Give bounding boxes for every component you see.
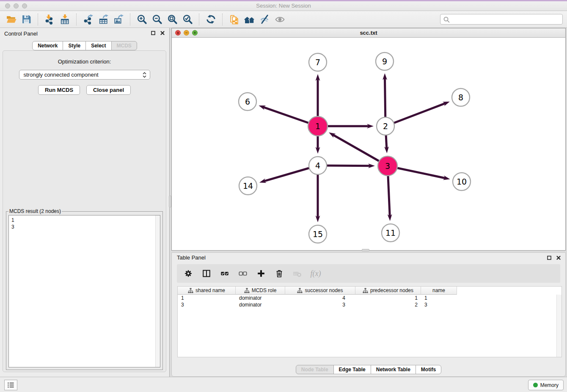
column-header-successor-nodes[interactable]: successor nodes xyxy=(285,287,355,295)
table-tab-network-table[interactable]: Network Table xyxy=(371,365,416,374)
tab-mcds[interactable]: MCDS xyxy=(111,41,137,50)
org-chart-icon xyxy=(188,288,193,293)
first-neighbors-icon xyxy=(244,14,255,25)
zoom-fit-button[interactable] xyxy=(165,12,180,27)
graph-node-label: 4 xyxy=(315,161,320,170)
tab-select[interactable]: Select xyxy=(85,41,111,50)
table-vertical-scrollbar[interactable] xyxy=(556,295,561,357)
toolbar-separator xyxy=(199,14,199,25)
split-view-button[interactable] xyxy=(201,268,212,279)
save-session-button[interactable] xyxy=(19,12,34,27)
column-header-shared-name[interactable]: shared name xyxy=(178,287,236,295)
unselect-all-button[interactable] xyxy=(237,268,248,279)
graph-node-7[interactable]: 7 xyxy=(309,53,327,71)
network-canvas[interactable]: 7968124314101511 xyxy=(172,38,565,250)
graph-node-4[interactable]: 4 xyxy=(309,157,327,174)
gear-button[interactable] xyxy=(183,268,194,279)
table-tab-motifs[interactable]: Motifs xyxy=(416,365,441,374)
mcds-result-area[interactable]: 1 3 xyxy=(8,215,160,367)
memory-status-icon xyxy=(533,383,538,387)
graph-node-label: 1 xyxy=(315,121,320,131)
search-box xyxy=(440,14,563,25)
control-panel: Control Panel NetworkStyleSelectMCDS Opt… xyxy=(0,28,170,377)
org-chart-icon xyxy=(244,288,250,293)
graph-node-label: 10 xyxy=(457,177,467,186)
table-cell: 1 xyxy=(421,295,457,301)
graph-node-label: 9 xyxy=(382,57,387,66)
export-image-button[interactable] xyxy=(111,12,126,27)
mcds-result-scrollbar[interactable] xyxy=(155,215,160,367)
export-network-button[interactable] xyxy=(80,12,96,27)
first-neighbors-button[interactable] xyxy=(242,12,257,27)
open-file-icon xyxy=(6,14,17,25)
delete-column-icon xyxy=(275,269,284,278)
mcds-result-text: 1 3 xyxy=(9,215,160,232)
graph-node-10[interactable]: 10 xyxy=(453,173,471,190)
column-header-mcds-role[interactable]: MCDS role xyxy=(236,287,285,295)
tab-style[interactable]: Style xyxy=(63,41,86,50)
new-network-from-selection-button[interactable] xyxy=(226,12,242,27)
close-panel-icon[interactable] xyxy=(556,255,561,260)
vertical-splitter-handle[interactable] xyxy=(169,196,171,207)
graph-node-label: 3 xyxy=(385,161,390,171)
hide-selected-button[interactable] xyxy=(257,12,272,27)
table-cell: dominator xyxy=(236,301,285,308)
memory-button[interactable]: Memory xyxy=(528,380,564,390)
graph-node-3[interactable]: 3 xyxy=(378,156,397,176)
graph-node-2[interactable]: 2 xyxy=(377,117,394,135)
zoom-fit-icon xyxy=(167,14,178,25)
export-table-button[interactable] xyxy=(96,12,111,27)
table-row[interactable]: 3dominator323 xyxy=(178,301,561,308)
optimization-select[interactable]: strongly connected component xyxy=(19,70,150,80)
zoom-out-button[interactable] xyxy=(149,12,165,27)
table-tab-node-table[interactable]: Node Table xyxy=(296,365,334,374)
table-tab-edge-table[interactable]: Edge Table xyxy=(333,365,371,374)
refresh-network-icon xyxy=(206,14,216,25)
import-table-button[interactable] xyxy=(57,12,72,27)
column-header-name[interactable]: name xyxy=(421,287,457,295)
select-all-button[interactable] xyxy=(219,268,230,279)
delete-table-button xyxy=(292,268,303,279)
table-panel-title: Table Panel xyxy=(177,254,206,261)
run-mcds-button[interactable]: Run MCDS xyxy=(38,85,80,95)
graph-node-8[interactable]: 8 xyxy=(452,88,470,106)
zoom-in-button[interactable] xyxy=(134,12,149,27)
graph-node-15[interactable]: 15 xyxy=(309,225,327,243)
toolbar-separator xyxy=(38,14,38,25)
network-window-titlebar[interactable]: x – + scc.txt xyxy=(172,28,565,38)
optimization-criterion-label: Optimization criterion: xyxy=(3,58,166,65)
graph-node-14[interactable]: 14 xyxy=(239,177,257,195)
show-all-button[interactable] xyxy=(272,12,287,27)
list-icon xyxy=(7,381,15,389)
import-network-button[interactable] xyxy=(42,12,57,27)
graph-node-11[interactable]: 11 xyxy=(382,224,399,242)
horizontal-splitter-handle[interactable] xyxy=(362,249,369,251)
graph-node-6[interactable]: 6 xyxy=(239,93,256,110)
float-panel-icon[interactable] xyxy=(151,30,156,36)
column-label: shared name xyxy=(195,287,225,293)
network-view-window: x – + scc.txt 7968124314101511 xyxy=(171,28,566,251)
refresh-network-button[interactable] xyxy=(203,12,218,27)
graph-node-label: 8 xyxy=(458,93,463,102)
table-row[interactable]: 1dominator411 xyxy=(178,295,561,301)
float-panel-icon[interactable] xyxy=(547,255,552,260)
column-header-predecessor-nodes[interactable]: predecessor nodes xyxy=(355,287,421,295)
task-history-button[interactable] xyxy=(4,380,17,390)
column-label: successor nodes xyxy=(305,287,343,293)
delete-column-button[interactable] xyxy=(274,268,285,279)
close-panel-button[interactable]: Close panel xyxy=(86,85,131,95)
export-network-icon xyxy=(83,14,94,25)
search-icon xyxy=(443,16,450,23)
search-input[interactable] xyxy=(451,15,561,24)
table-panel-tabs: Node TableEdge TableNetwork TableMotifs xyxy=(172,365,565,374)
show-all-icon xyxy=(275,14,285,25)
graph-edge-2-8[interactable] xyxy=(385,102,450,126)
open-file-button[interactable] xyxy=(3,12,19,27)
graph-node-9[interactable]: 9 xyxy=(376,52,394,70)
graph-node-1[interactable]: 1 xyxy=(308,116,328,136)
add-column-button[interactable] xyxy=(256,268,267,279)
table-toolbar: f(x) xyxy=(177,264,560,283)
close-panel-icon[interactable] xyxy=(160,30,165,36)
tab-network[interactable]: Network xyxy=(32,41,63,50)
zoom-selected-button[interactable] xyxy=(180,12,195,27)
